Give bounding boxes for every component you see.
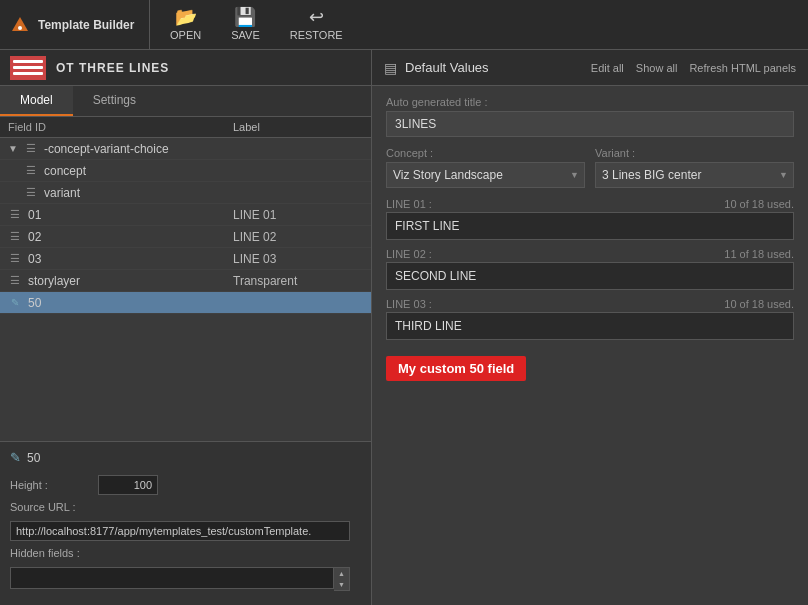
height-input[interactable]	[98, 475, 158, 495]
arrow-up-icon[interactable]: ▲	[334, 568, 349, 579]
field-label-text: LINE 03	[233, 252, 363, 266]
thumb-line-3	[13, 72, 43, 75]
arrow-down-icon[interactable]: ▼	[334, 579, 349, 590]
line02-label: LINE 02 :	[386, 248, 432, 260]
col-label-header: Label	[233, 121, 363, 133]
template-thumb	[10, 56, 46, 80]
right-header-right: Edit all Show all Refresh HTML panels	[591, 62, 796, 74]
line01-count: 10 of 18 used.	[724, 198, 794, 210]
lines-icon: ☰	[24, 142, 38, 156]
variant-label: Variant :	[595, 147, 794, 159]
source-url-input[interactable]	[10, 521, 350, 541]
save-icon: 💾	[234, 8, 256, 26]
custom-badge: My custom 50 field	[386, 356, 526, 381]
field-id-col: ☰ concept	[24, 164, 233, 178]
select-arrows: ▲ ▼	[334, 567, 350, 591]
restore-icon: ↩	[309, 8, 324, 26]
line01-header: LINE 01 : 10 of 18 used.	[386, 198, 794, 210]
field-id-col: ☰ 01	[8, 208, 233, 222]
restore-label: RESTORE	[290, 29, 343, 41]
source-url-row: Source URL :	[10, 501, 361, 541]
field-header: Field ID Label	[0, 117, 371, 138]
refresh-link[interactable]: Refresh HTML panels	[689, 62, 796, 74]
line02-value[interactable]: SECOND LINE	[386, 262, 794, 290]
concept-select[interactable]: Viz Story Landscape	[386, 162, 585, 188]
lines-icon: ☰	[8, 230, 22, 244]
template-name: OT THREE LINES	[56, 61, 169, 75]
save-button[interactable]: 💾 SAVE	[231, 8, 260, 41]
field-row-concept-variant[interactable]: ▼ ☰ -concept-variant-choice	[0, 138, 371, 160]
field-id-text: 03	[28, 252, 41, 266]
field-row-03[interactable]: ☰ 03 LINE 03	[0, 248, 371, 270]
field-row-01[interactable]: ☰ 01 LINE 01	[0, 204, 371, 226]
right-panel: ▤ Default Values Edit all Show all Refre…	[372, 50, 808, 605]
hidden-fields-select-wrapper: ▲ ▼	[10, 567, 350, 591]
restore-button[interactable]: ↩ RESTORE	[290, 8, 343, 41]
line03-header: LINE 03 : 10 of 18 used.	[386, 298, 794, 310]
app-title: Template Builder	[38, 18, 134, 32]
edit-icon: ✎	[8, 296, 22, 310]
line03-value[interactable]: THIRD LINE	[386, 312, 794, 340]
concept-variant-row: Concept : Viz Story Landscape Variant : …	[386, 147, 794, 188]
hidden-fields-label: Hidden fields :	[10, 547, 90, 559]
lines-icon: ☰	[24, 186, 38, 200]
right-header-left: ▤ Default Values	[384, 60, 489, 76]
line02-header: LINE 02 : 11 of 18 used.	[386, 248, 794, 260]
lines-icon: ☰	[8, 252, 22, 266]
default-values-icon: ▤	[384, 60, 397, 76]
field-row-50[interactable]: ✎ 50	[0, 292, 371, 314]
lines-icon: ☰	[24, 164, 38, 178]
variant-select[interactable]: 3 Lines BIG center	[595, 162, 794, 188]
variant-col: Variant : 3 Lines BIG center	[595, 147, 794, 188]
tab-settings[interactable]: Settings	[73, 86, 156, 116]
main: OT THREE LINES Model Settings Field ID L…	[0, 50, 808, 605]
lines-icon: ☰	[8, 208, 22, 222]
concept-col: Concept : Viz Story Landscape	[386, 147, 585, 188]
open-button[interactable]: 📂 OPEN	[170, 8, 201, 41]
field-id-col: ☰ storylayer	[8, 274, 233, 288]
toolbar: 📂 OPEN 💾 SAVE ↩ RESTORE	[150, 8, 363, 41]
thumb-line-2	[13, 66, 43, 69]
right-header: ▤ Default Values Edit all Show all Refre…	[372, 50, 808, 86]
field-row-02[interactable]: ☰ 02 LINE 02	[0, 226, 371, 248]
app-icon	[10, 15, 30, 35]
field-id-text: 02	[28, 230, 41, 244]
height-label: Height :	[10, 479, 90, 491]
field-id-col: ☰ 02	[8, 230, 233, 244]
field-id-text: 50	[28, 296, 41, 310]
edit-icon-bottom: ✎	[10, 450, 21, 465]
line01-value[interactable]: FIRST LINE	[386, 212, 794, 240]
app-title-area: Template Builder	[0, 0, 150, 49]
col-id-header: Field ID	[8, 121, 233, 133]
hidden-fields-select[interactable]	[10, 567, 334, 589]
bottom-field-name: 50	[27, 451, 40, 465]
tab-model[interactable]: Model	[0, 86, 73, 116]
thumb-line-1	[13, 60, 43, 63]
auto-title-value: 3LINES	[386, 111, 794, 137]
show-all-link[interactable]: Show all	[636, 62, 678, 74]
default-values-content: Auto generated title : 3LINES Concept : …	[372, 86, 808, 391]
edit-all-link[interactable]: Edit all	[591, 62, 624, 74]
lines-icon: ☰	[8, 274, 22, 288]
open-icon: 📂	[175, 8, 197, 26]
field-table: Field ID Label ▼ ☰ -concept-variant-choi…	[0, 117, 371, 441]
expand-arrow-icon: ▼	[8, 143, 18, 154]
field-row-storylayer[interactable]: ☰ storylayer Transparent	[0, 270, 371, 292]
default-values-title: Default Values	[405, 60, 489, 75]
field-id-col: ☰ variant	[24, 186, 233, 200]
field-id-text: concept	[44, 164, 86, 178]
field-id-text: 01	[28, 208, 41, 222]
field-row-variant[interactable]: ☰ variant	[0, 182, 371, 204]
field-row-concept[interactable]: ☰ concept	[0, 160, 371, 182]
line03-section: LINE 03 : 10 of 18 used. THIRD LINE	[386, 298, 794, 340]
tabs: Model Settings	[0, 86, 371, 117]
open-label: OPEN	[170, 29, 201, 41]
line02-section: LINE 02 : 11 of 18 used. SECOND LINE	[386, 248, 794, 290]
left-panel: OT THREE LINES Model Settings Field ID L…	[0, 50, 372, 605]
concept-select-wrapper: Viz Story Landscape	[386, 162, 585, 188]
bottom-panel: ✎ 50 Height : Source URL : Hidden fields…	[0, 441, 371, 605]
line01-label: LINE 01 :	[386, 198, 432, 210]
template-header: OT THREE LINES	[0, 50, 371, 86]
field-id-col: ✎ 50	[8, 296, 233, 310]
height-row: Height :	[10, 475, 361, 495]
